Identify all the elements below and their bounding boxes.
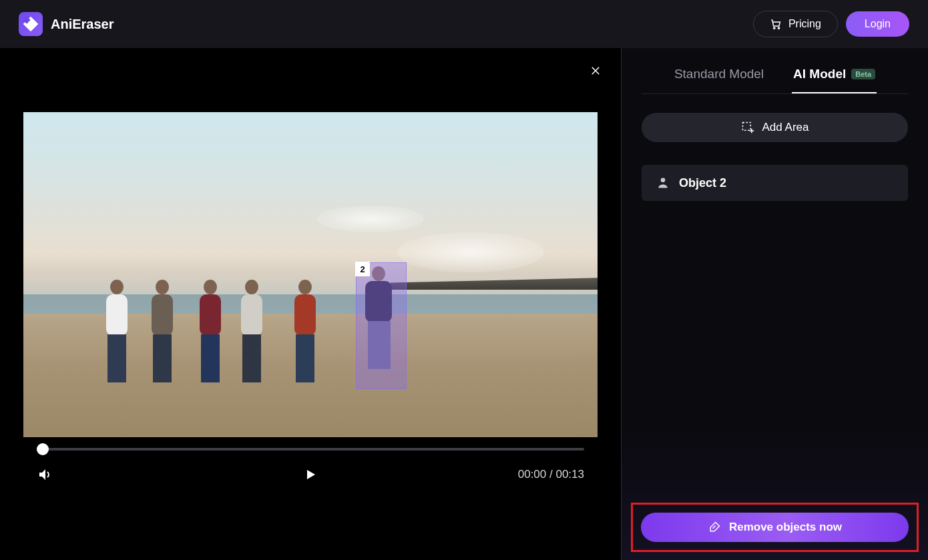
tab-ai-label: AI Model [793,67,846,81]
cart-icon [770,18,782,30]
object-item[interactable]: Object 2 [642,165,908,201]
video-frame: 2 [23,112,598,437]
header-actions: Pricing Login [753,11,909,37]
play-button[interactable] [302,467,318,483]
play-icon [302,467,318,483]
person [236,276,268,389]
login-label: Login [865,18,891,29]
progress-thumb[interactable] [37,443,49,455]
progress-bar[interactable] [37,448,584,451]
tab-ai-model[interactable]: AI Model Beta [792,67,877,93]
beta-badge: Beta [851,69,875,79]
app-logo-icon [19,12,43,36]
progress-track [37,448,584,451]
logo-section: AniEraser [19,12,114,36]
tab-standard-model[interactable]: Standard Model [673,67,765,93]
side-panel: Standard Model AI Model Beta Add Area Ob… [621,48,928,560]
cloud [397,232,544,272]
brush-icon [708,521,721,534]
pricing-button[interactable]: Pricing [753,11,838,37]
model-tabs: Standard Model AI Model Beta [642,48,908,94]
total-time: 00:13 [555,468,584,481]
main-layout: 2 00:00 / 00:13 [0,48,928,560]
volume-button[interactable] [37,467,53,483]
close-button[interactable] [588,63,604,79]
volume-icon [37,467,53,483]
svg-point-0 [774,27,775,29]
svg-rect-2 [742,123,750,131]
video-preview[interactable]: 2 [23,112,598,437]
close-icon [590,65,602,77]
selection-number: 2 [355,262,370,276]
person-icon [656,176,670,190]
object-label: Object 2 [679,176,726,190]
person [289,276,321,389]
time-display: 00:00 / 00:13 [518,468,584,481]
video-panel: 2 00:00 / 00:13 [0,48,621,560]
add-area-label: Add Area [762,121,809,134]
svg-point-1 [778,27,779,29]
login-button[interactable]: Login [846,11,909,37]
remove-highlight-frame: Remove objects now [631,503,919,552]
add-area-icon [741,121,754,134]
person [194,276,226,389]
person [146,276,178,389]
selection-overlay[interactable]: 2 [356,262,407,389]
cloud [317,206,424,232]
remove-objects-label: Remove objects now [729,521,842,534]
app-header: AniEraser Pricing Login [0,0,928,48]
tab-standard-label: Standard Model [674,67,764,81]
current-time: 00:00 [518,468,547,481]
pricing-label: Pricing [788,18,821,30]
add-area-button[interactable]: Add Area [642,113,908,142]
person [101,276,133,389]
svg-point-3 [661,178,666,183]
video-controls: 00:00 / 00:13 [37,467,584,483]
app-name: AniEraser [51,17,114,32]
remove-objects-button[interactable]: Remove objects now [641,513,909,542]
